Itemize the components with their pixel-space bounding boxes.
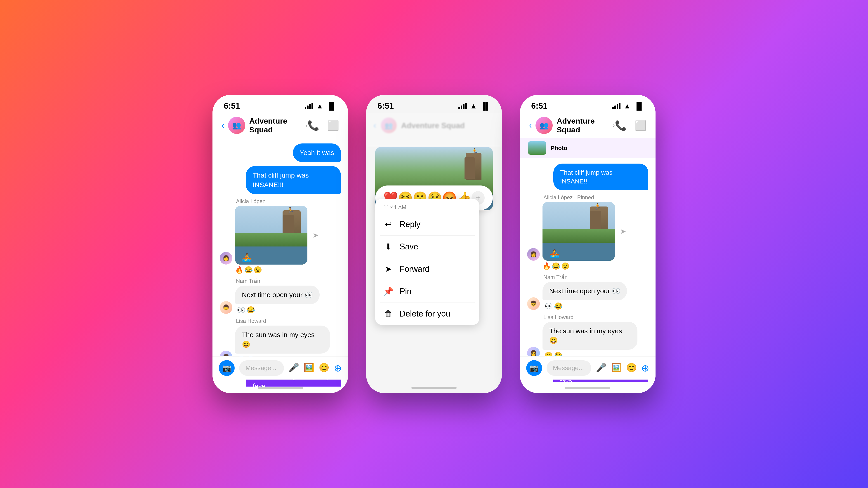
context-save[interactable]: ⬇ Save [375,236,479,258]
plus-icon-right[interactable]: ⊕ [641,363,649,374]
home-indicator-left [258,387,303,389]
bubble-cliff-jump-left: That cliff jump was INSANE!!! [246,166,341,194]
plus-icon-left[interactable]: ⊕ [334,363,342,374]
bubble-yeah-it-was: Yeah it was [293,143,341,162]
status-bar-middle: 6:51 ▲ ▐▌ [366,95,502,113]
sticker-icon-right[interactable]: 😊 [626,363,637,374]
call-icon-right[interactable]: 📞 [615,120,627,131]
status-bar-right: 6:51 ▲ ▐▌ [520,95,655,113]
nav-title-left[interactable]: Adventure Squad [249,117,304,134]
nav-bar-left[interactable]: ‹ 👥 Adventure Squad › 📞 ⬜ [213,113,348,138]
alicia-avatar-left: 👩 [220,252,232,265]
status-bar-left: 6:51 ▲ ▐▌ [213,95,348,113]
nam-msg-container-left: 👦 Next time open your 👀 👀 😂 [220,286,320,314]
alicia-msg-container-left: 👩 🏃 🚣 [220,206,307,265]
video-icon-left[interactable]: ⬜ [327,120,339,131]
pinned-banner[interactable]: Photo [520,138,655,158]
status-time-left: 6:51 [224,101,240,111]
message-input-right[interactable]: Message... [547,360,591,376]
home-indicator-middle [411,387,457,389]
forward-icon-middle: ➤ [383,264,393,274]
status-icons-left: ▲ ▐▌ [305,102,337,110]
phones-container: 6:51 ▲ ▐▌ ‹ 👥 Adventure Squad › 📞 ⬜ [213,95,655,393]
back-button-right[interactable]: ‹ [529,121,532,130]
bubble-lisa-left: The sun was in my eyes 😄 [235,326,330,354]
nam-avatar-right: 👦 [527,297,540,310]
sender-nam-right: Nam Trần [544,274,567,281]
jumper-figure-left: 🏃 [287,207,294,214]
image-icon-right[interactable]: 🖼️ [611,363,622,374]
input-bar-right[interactable]: 📷 Message... 🎤 🖼️ 😊 ⊕ [520,356,655,380]
lisa-msg-container-right: 👩 The sun was in my eyes 😄 😄 😂 [527,322,638,359]
forward-icon-right[interactable]: ➤ [620,227,626,236]
phone-right: 6:51 ▲ ▐▌ ‹ 👥 Adventure Squad › 📞 ⬜ [520,95,655,393]
image-icon-left[interactable]: 🖼️ [304,363,314,374]
sender-alicia-right: Alicia López · Pinned [544,194,594,201]
input-bar-left[interactable]: 📷 Message... 🎤 🖼️ 😊 ⊕ [213,356,348,380]
alicia-reactions-right: 🔥 😂 😮 [542,262,569,270]
status-icons-middle: ▲ ▐▌ [458,102,491,110]
chat-content-left: Yeah it was That cliff jump was INSANE!!… [213,138,348,387]
nav-actions-right: 📞 ⬜ [615,120,647,131]
alicia-reactions-left: 🔥 😂 😮 [235,266,262,274]
reply-label: Reply [400,220,421,229]
mic-icon-right[interactable]: 🎤 [596,363,607,374]
forward-icon-left[interactable]: ➤ [313,231,319,239]
save-label: Save [400,242,418,252]
reply-icon: ↩ [383,220,393,229]
pin-icon: 📌 [383,287,393,296]
status-icons-right: ▲ ▐▌ [612,102,644,110]
cliff-image-right[interactable]: 🏃 🚣 [542,202,615,261]
pinned-thumbnail [528,141,546,155]
message-input-left[interactable]: Message... [239,360,284,376]
msg-yeah-it-was: Yeah it was [220,143,341,162]
chat-content-right: That cliff jump was INSANE!!! Alicia Lóp… [520,158,655,382]
nav-chevron-left: › [305,122,307,129]
home-indicator-right [565,387,610,389]
status-time-middle: 6:51 [377,101,394,111]
battery-icon-right: ▐▌ [634,102,644,110]
signal-icon-right [612,103,620,109]
sender-lisa-right: Lisa Howard [544,314,574,320]
camera-button-left[interactable]: 📷 [219,360,235,376]
avatar-left: 👥 [228,117,245,134]
back-button-left[interactable]: ‹ [221,121,224,130]
battery-icon: ▐▌ [327,102,337,110]
mic-icon-left[interactable]: 🎤 [288,363,299,374]
cliff-image-left[interactable]: 🏃 🚣 [235,206,307,265]
save-icon: ⬇ [383,242,393,252]
nam-avatar-left: 👦 [220,301,232,314]
msg-nam-left: Nam Trần 👦 Next time open your 👀 👀 😂 [220,278,341,314]
nav-bar-right[interactable]: ‹ 👥 Adventure Squad › 📞 ⬜ [520,113,655,138]
input-actions-left: 🎤 🖼️ 😊 ⊕ [288,363,342,374]
avatar-right: 👥 [535,117,553,134]
context-reply[interactable]: ↩ Reply [375,213,479,235]
msg-lisa-right: Lisa Howard 👩 The sun was in my eyes 😄 😄… [527,314,648,359]
sender-lisa-left: Lisa Howard [236,318,266,324]
bubble-cliff-jump-right: That cliff jump was INSANE!!! [553,164,648,190]
signal-icon-middle [458,103,467,109]
context-forward[interactable]: ➤ Forward [375,258,479,280]
phone-middle: 6:51 ▲ ▐▌ ‹ 👥 Adventure Squad T [366,95,502,393]
pin-label: Pin [400,287,411,296]
alicia-avatar-right: 👩 [527,248,540,261]
message-placeholder-left: Message... [246,364,276,372]
sticker-icon-left[interactable]: 😊 [319,363,329,374]
call-icon-left[interactable]: 📞 [307,120,319,131]
phone-left: 6:51 ▲ ▐▌ ‹ 👥 Adventure Squad › 📞 ⬜ [213,95,348,393]
video-icon-right[interactable]: ⬜ [635,120,647,131]
jumper-middle: 🏃 [471,148,478,155]
message-placeholder-right: Message... [553,364,584,372]
wifi-icon-right: ▲ [624,102,631,110]
context-time: 11:41 AM [375,199,479,213]
camera-button-right[interactable]: 📷 [526,360,542,376]
context-pin[interactable]: 📌 Pin [375,281,479,302]
bubble-lisa-right: The sun was in my eyes 😄 [542,322,638,350]
bubble-nam-right: Next time open your 👀 [542,282,627,300]
context-delete[interactable]: 🗑 Delete for you [375,303,479,325]
nav-title-right[interactable]: Adventure Squad [557,117,612,134]
input-actions-right: 🎤 🖼️ 😊 ⊕ [596,363,649,374]
msg-cliff-jump-left: That cliff jump was INSANE!!! [220,166,341,194]
nav-chevron-right: › [613,122,615,129]
context-menu[interactable]: 11:41 AM ↩ Reply ⬇ Save ➤ Forward 📌 Pin [375,199,479,325]
